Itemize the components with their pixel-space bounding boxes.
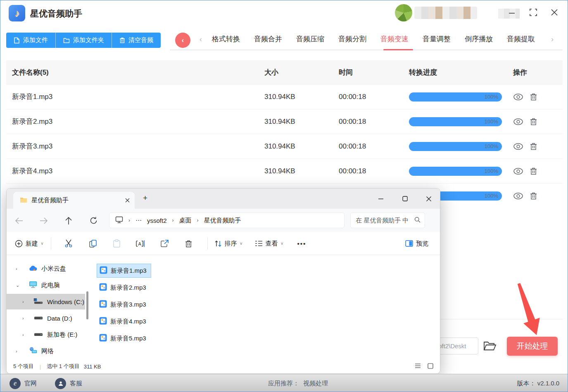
delete-trash-icon[interactable] [530, 167, 537, 175]
header-time: 时间 [339, 68, 409, 77]
sidebar-item-xiaomi-cloud[interactable]: › 小米云盘 [7, 261, 85, 276]
folder-icon [63, 38, 70, 43]
table-row: 新录音3.mp3 310.94KB 00:00:18 100% [6, 134, 563, 158]
breadcrumb-ellipsis[interactable]: ⋯ [135, 217, 142, 224]
preview-eye-icon[interactable] [513, 192, 523, 200]
user-avatar[interactable] [395, 4, 412, 21]
sidebar-item-this-pc[interactable]: ⌄ 此电脑 [7, 277, 85, 293]
explorer-tab[interactable]: 星优音频助手 [13, 192, 135, 209]
recommend-app-link[interactable]: 视频处理 [303, 380, 328, 387]
breadcrumb-item[interactable]: 星优音频助手 [204, 217, 241, 224]
tab-audio-merge[interactable]: 音频合并 [254, 34, 282, 50]
view-button[interactable]: 查看˅ [255, 240, 283, 248]
breadcrumb-item[interactable]: yssoft2 [147, 217, 167, 224]
delete-trash-icon[interactable] [530, 142, 537, 150]
delete-trash-icon[interactable] [530, 192, 537, 200]
output-path-input[interactable] [434, 338, 478, 354]
search-icon[interactable] [414, 217, 421, 224]
tabs-scroll-left-icon[interactable]: ‹ [200, 35, 202, 44]
close-button[interactable] [549, 7, 560, 18]
copy-button[interactable] [81, 239, 105, 248]
active-tab-indicator [383, 49, 413, 50]
explorer-file[interactable]: 新录音2.mp3 [97, 281, 150, 295]
explorer-file[interactable]: 新录音3.mp3 [97, 298, 150, 312]
tabs-scroll-right-icon[interactable]: › [551, 35, 554, 44]
preview-eye-icon[interactable] [513, 168, 523, 175]
breadcrumb-item[interactable]: 桌面 [179, 217, 192, 224]
delete-button[interactable] [177, 240, 201, 248]
tab-close-icon[interactable] [125, 197, 130, 204]
progress-bar: 100% [409, 167, 502, 176]
file-size: 310.94KB [264, 118, 339, 126]
add-file-button[interactable]: 添加文件 [6, 33, 55, 48]
breadcrumb-chevron: › [128, 217, 130, 223]
progress-bar: 100% [409, 92, 502, 102]
tab-audio-extract[interactable]: 音频提取 [507, 34, 535, 50]
new-tab-button[interactable]: + [143, 194, 147, 203]
delete-trash-icon[interactable] [530, 93, 537, 101]
delete-trash-icon[interactable] [530, 118, 537, 125]
file-duration: 00:00:18 [339, 118, 409, 126]
selection-count: 选中 1 个项目 [47, 363, 79, 370]
paste-button[interactable] [105, 239, 129, 248]
sidebar-item-new-volume-e[interactable]: › 新加卷 (E:) [7, 327, 85, 342]
preview-toggle-button[interactable]: 预览 [405, 240, 428, 248]
explorer-file[interactable]: 新录音4.mp3 [97, 314, 150, 328]
table-row: 新录音2.mp3 310.94KB 00:00:18 100% [6, 109, 563, 134]
details-view-icon[interactable] [415, 363, 421, 370]
progress-label: 100% [485, 168, 498, 174]
file-name: 新录音2.mp3 [6, 117, 264, 126]
start-process-button[interactable]: 开始处理 [507, 337, 558, 356]
sidebar-item-windows-c[interactable]: › Windows (C:) [7, 294, 85, 309]
forward-arrow-icon[interactable] [31, 217, 56, 224]
tab-audio-compress[interactable]: 音频压缩 [296, 34, 324, 50]
tab-reverse-play[interactable]: 倒序播放 [465, 34, 493, 50]
minimize-button[interactable] [506, 8, 517, 19]
explorer-close-button[interactable] [418, 189, 440, 209]
back-arrow-icon[interactable] [7, 217, 31, 224]
sidebar-item-network[interactable]: › 网络 [7, 343, 85, 359]
preview-eye-icon[interactable] [513, 118, 523, 125]
header-size: 大小 [264, 68, 339, 77]
rename-button[interactable]: A [129, 240, 153, 248]
file-duration: 00:00:18 [339, 93, 409, 101]
explorer-search-box[interactable]: 在 星优音频助手 中 [350, 213, 425, 228]
official-site-link[interactable]: e 官网 [10, 378, 37, 389]
maximize-button[interactable] [528, 7, 539, 18]
preview-eye-icon[interactable] [513, 93, 523, 101]
explorer-file[interactable]: 新录音5.mp3 [97, 331, 150, 345]
explorer-maximize-button[interactable] [394, 189, 416, 209]
sort-button[interactable]: 排序˅ [214, 240, 242, 248]
header-progress: 转换进度 [409, 68, 513, 77]
explorer-nav-bar: › ⋯ yssoft2 › 桌面 › 星优音频助手 在 星优音频助手 中 [7, 209, 440, 232]
more-options-button[interactable]: ••• [297, 240, 307, 247]
tab-volume-adjust[interactable]: 音量调整 [423, 34, 451, 50]
explorer-tab-strip: 星优音频助手 + [7, 189, 440, 209]
thumbnail-view-icon[interactable] [428, 363, 433, 370]
explorer-file-selected[interactable]: 新录音1.mp3 [97, 264, 151, 278]
app-recommend: 应用推荐： 视频处理 [268, 380, 328, 387]
cut-button[interactable] [57, 239, 81, 248]
header-ops: 操作 [513, 68, 563, 77]
explorer-minimize-button[interactable] [370, 189, 392, 209]
recommend-label: 应用推荐： [268, 380, 299, 387]
up-arrow-icon[interactable] [56, 217, 81, 225]
add-folder-button[interactable]: 添加文件夹 [55, 33, 112, 48]
collapse-tabs-button[interactable]: ‹ [175, 33, 190, 48]
tab-audio-speed[interactable]: 音频变速 [380, 34, 409, 50]
new-item-button[interactable]: 新建˅ [15, 240, 43, 248]
user-name-blurred [414, 7, 477, 19]
address-bar[interactable]: › ⋯ yssoft2 › 桌面 › 星优音频助手 [109, 213, 345, 228]
monitor-icon [115, 216, 123, 224]
preview-eye-icon[interactable] [513, 143, 523, 150]
browse-folder-icon[interactable] [483, 340, 496, 352]
sidebar-scrollbar[interactable] [86, 291, 88, 319]
tab-format-convert[interactable]: 格式转换 [212, 34, 240, 50]
tab-audio-split[interactable]: 音频分割 [338, 34, 366, 50]
clear-audio-button[interactable]: 清空音频 [112, 33, 161, 48]
refresh-icon[interactable] [81, 217, 106, 224]
customer-service-link[interactable]: 客服 [55, 378, 82, 389]
sidebar-item-data-d[interactable]: › Data (D:) [7, 310, 85, 326]
table-row: 新录音4.mp3 310.94KB 00:00:18 100% [6, 158, 563, 183]
share-button[interactable] [153, 239, 177, 248]
